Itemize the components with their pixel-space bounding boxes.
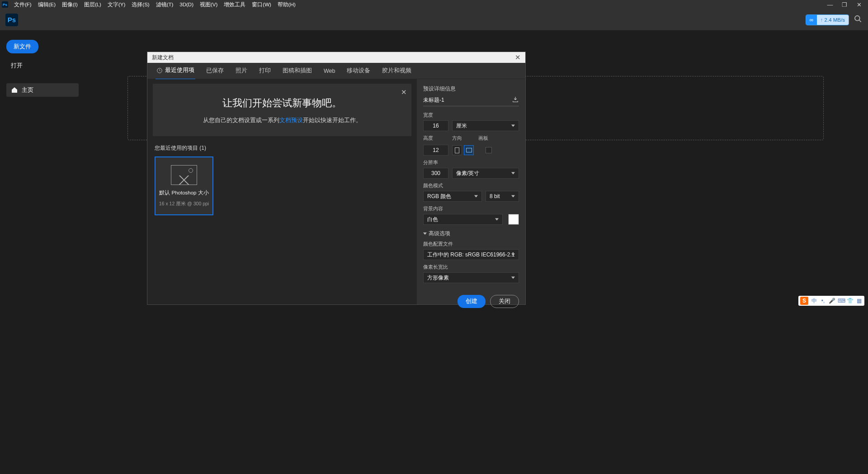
artboard-checkbox[interactable]	[486, 147, 492, 153]
menu-select[interactable]: 选择(S)	[128, 1, 152, 8]
tab-label: 胶片和视频	[382, 67, 411, 75]
app-header: Ps ∞ ↑2.4 MB/s	[0, 9, 868, 31]
background-swatch[interactable]	[508, 214, 519, 225]
ime-keyboard-icon[interactable]: ⌨	[838, 298, 844, 304]
ime-punct-icon[interactable]: •,	[820, 298, 826, 304]
menu-layer[interactable]: 图层(L)	[81, 1, 104, 8]
cloud-icon: ∞	[806, 15, 817, 25]
preset-card-default[interactable]: 默认 Photoshop 大小 16 x 12 厘米 @ 300 ppi	[155, 156, 213, 215]
home-sidebar: 新文件 打开 主页	[0, 31, 99, 106]
dialog-title: 新建文档	[152, 54, 174, 62]
tab-label: 最近使用项	[165, 66, 194, 74]
color-profile-label: 颜色配置文件	[423, 241, 519, 247]
resolution-label: 分辨率	[423, 159, 519, 166]
portrait-icon	[455, 147, 459, 153]
ps-logo-icon: Ps	[5, 14, 18, 26]
tab-photo[interactable]: 照片	[235, 62, 248, 79]
width-label: 宽度	[423, 112, 519, 118]
save-preset-icon[interactable]	[512, 96, 519, 104]
menu-3d[interactable]: 3D(D)	[176, 2, 197, 7]
ime-mode[interactable]: 中	[811, 297, 817, 305]
tab-recent[interactable]: 最近使用项	[156, 62, 195, 80]
menu-type[interactable]: 文字(Y)	[104, 1, 128, 8]
search-icon[interactable]	[854, 14, 863, 25]
ime-voice-icon[interactable]: 🎤	[829, 298, 835, 304]
height-label: 高度	[423, 135, 448, 142]
create-button[interactable]: 创建	[458, 295, 486, 308]
dialog-titlebar[interactable]: 新建文档 ✕	[147, 52, 525, 63]
background-dropdown[interactable]: 白色	[423, 214, 503, 225]
pixel-aspect-label: 像素长宽比	[423, 264, 519, 270]
close-button[interactable]: 关闭	[490, 295, 519, 308]
window-minimize-icon[interactable]: —	[826, 1, 834, 8]
color-profile-dropdown[interactable]: 工作中的 RGB: sRGB IEC61966-2.1	[423, 249, 519, 260]
tab-label: 图稿和插图	[283, 67, 312, 75]
svg-point-0	[855, 16, 860, 21]
ime-toolbar[interactable]: S 中 •, 🎤 ⌨ 👕 ▦	[798, 296, 864, 306]
landscape-icon	[466, 148, 472, 152]
new-file-button[interactable]: 新文件	[6, 40, 38, 53]
open-button[interactable]: 打开	[6, 59, 93, 72]
menu-image[interactable]: 图像(I)	[59, 1, 81, 8]
unit-dropdown[interactable]: 厘米	[452, 120, 519, 131]
clock-icon	[156, 67, 163, 74]
tab-label: 打印	[259, 67, 271, 75]
tab-web[interactable]: Web	[323, 63, 336, 79]
preset-subtitle: 16 x 12 厘米 @ 300 ppi	[159, 201, 209, 207]
hero-banner: ✕ 让我们开始尝试新事物吧。 从您自己的文档设置或一系列文档预设开始以快速开始工…	[153, 84, 411, 136]
advanced-toggle[interactable]: 高级选项	[423, 230, 519, 237]
hero-close-icon[interactable]: ✕	[401, 88, 407, 96]
menu-help[interactable]: 帮助(H)	[274, 1, 299, 8]
new-document-dialog: 新建文档 ✕ 最近使用项 已保存 照片 打印 图稿和插图 Web 移动设备 胶片…	[147, 52, 526, 305]
tab-film[interactable]: 胶片和视频	[381, 62, 412, 79]
sidebar-item-home[interactable]: 主页	[6, 83, 79, 97]
menu-bar: Ps 文件(F) 编辑(E) 图像(I) 图层(L) 文字(Y) 选择(S) 滤…	[0, 0, 868, 9]
home-icon	[11, 86, 18, 94]
dialog-close-icon[interactable]: ✕	[515, 53, 521, 62]
upload-arrow-icon: ↑	[821, 17, 823, 23]
tab-label: 照片	[236, 67, 247, 75]
resolution-unit-dropdown[interactable]: 像素/英寸	[452, 168, 519, 179]
dialog-left-panel: ✕ 让我们开始尝试新事物吧。 从您自己的文档设置或一系列文档预设开始以快速开始工…	[147, 79, 417, 304]
cloud-sync-badge[interactable]: ∞ ↑2.4 MB/s	[806, 14, 849, 25]
ime-toolbox-icon[interactable]: ▦	[856, 298, 863, 304]
image-placeholder-icon	[171, 165, 197, 185]
recent-label: 您最近使用的项目 (1)	[155, 144, 411, 152]
orientation-landscape-button[interactable]	[464, 145, 474, 155]
app-mini-icon: Ps	[2, 1, 8, 8]
width-input[interactable]: 16	[423, 120, 448, 131]
menu-filter[interactable]: 滤镜(T)	[153, 1, 177, 8]
svg-line-1	[859, 20, 861, 22]
preset-list: 默认 Photoshop 大小 16 x 12 厘米 @ 300 ppi	[153, 156, 411, 215]
menu-edit[interactable]: 编辑(E)	[35, 1, 59, 8]
dialog-right-panel: 预设详细信息 未标题-1 宽度 16 厘米 高度 方向 画板 12	[417, 79, 525, 304]
artboard-label: 画板	[478, 135, 488, 142]
hero-link[interactable]: 文档预设	[279, 117, 303, 123]
menu-plugins[interactable]: 增效工具	[221, 1, 249, 8]
ime-logo-icon: S	[800, 297, 808, 305]
cloud-speed: 2.4 MB/s	[825, 17, 845, 23]
tab-art[interactable]: 图稿和插图	[282, 62, 313, 79]
background-label: 背景内容	[423, 205, 519, 212]
resolution-input[interactable]: 300	[423, 168, 448, 179]
color-mode-dropdown[interactable]: RGB 颜色	[423, 191, 482, 202]
dialog-tabs: 最近使用项 已保存 照片 打印 图稿和插图 Web 移动设备 胶片和视频	[147, 63, 525, 79]
height-input[interactable]: 12	[423, 145, 448, 156]
menu-window[interactable]: 窗口(W)	[249, 1, 274, 8]
menu-view[interactable]: 视图(V)	[197, 1, 221, 8]
main-area: 新文件 打开 主页 新建文档 ✕ 最近使用项 已保存 照片 打印 图稿和插图 W…	[0, 31, 868, 367]
window-restore-icon[interactable]: ❐	[841, 1, 848, 8]
ime-skin-icon[interactable]: 👕	[847, 298, 854, 304]
document-name-input[interactable]: 未标题-1	[423, 96, 512, 104]
color-depth-dropdown[interactable]: 8 bit	[486, 191, 519, 202]
window-close-icon[interactable]: ✕	[855, 1, 863, 8]
tab-saved[interactable]: 已保存	[205, 62, 225, 79]
orientation-portrait-button[interactable]	[452, 145, 462, 155]
tab-mobile[interactable]: 移动设备	[346, 62, 371, 79]
tab-print[interactable]: 打印	[258, 62, 272, 79]
pixel-aspect-dropdown[interactable]: 方形像素	[423, 272, 519, 283]
menu-file[interactable]: 文件(F)	[11, 1, 35, 8]
orientation-label: 方向	[452, 135, 475, 142]
hero-title: 让我们开始尝试新事物吧。	[171, 96, 393, 110]
color-mode-label: 颜色模式	[423, 182, 519, 189]
